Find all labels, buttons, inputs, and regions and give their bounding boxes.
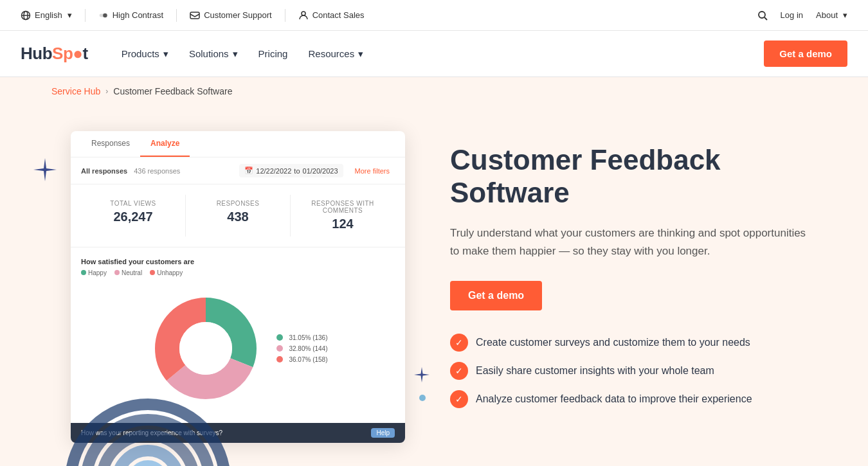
high-contrast-toggle[interactable]: High Contrast [98, 10, 163, 21]
donut-label-unhappy: 36.07% (158) [276, 356, 327, 363]
feature-item-2: ✓ Analyze customer feedback data to impr… [450, 390, 817, 408]
sparkle-top-left-icon [32, 157, 58, 187]
check-icon-2: ✓ [450, 390, 468, 408]
svg-line-8 [764, 17, 767, 20]
stat-total-views-value: 26,247 [86, 210, 180, 224]
donut-unhappy-value: 36.07% (158) [289, 356, 327, 363]
date-range[interactable]: 📅 12/22/2022 to 01/20/2023 [239, 164, 343, 177]
tab-analyze[interactable]: Analyze [140, 131, 190, 157]
search-icon [757, 10, 768, 21]
logo-hub: Hub [21, 44, 52, 63]
hero-title: Customer Feedback Software [450, 144, 817, 209]
customer-support-label: Customer Support [204, 10, 272, 20]
feature-label-1: Easily share customer insights with your… [476, 365, 714, 377]
top-bar: English ▾ High Contrast Customer Support… [0, 0, 868, 31]
donut-chart [148, 291, 264, 406]
date-to: 01/20/2023 [303, 167, 338, 175]
legend-unhappy: Unhappy [150, 269, 183, 276]
arc-decoration [64, 398, 231, 466]
sparkle-bottom-right-icon [413, 366, 431, 388]
breadcrumb-current: Customer Feedback Software [113, 86, 232, 96]
nav-resources[interactable]: Resources ▾ [300, 43, 371, 65]
login-link[interactable]: Log in [781, 10, 803, 20]
language-chevron-icon: ▾ [68, 10, 72, 20]
products-chevron-icon: ▾ [163, 48, 168, 60]
chart-title: How satisfied your customers are [81, 258, 395, 265]
stat-total-views-label: Total Views [86, 200, 180, 207]
date-from: 12/22/2022 [256, 167, 291, 175]
nav-get-demo-button[interactable]: Get a demo [764, 40, 847, 67]
main-nav: HubSp●t Products ▾ Solutions ▾ Pricing R… [0, 31, 868, 77]
filter-label: All responses [81, 167, 127, 175]
logo-t: t [83, 44, 88, 63]
hero-content: Customer Feedback Software Truly underst… [450, 131, 817, 408]
support-icon [190, 10, 200, 21]
breadcrumb-separator: › [105, 87, 108, 96]
contact-sales-label: Contact Sales [312, 10, 365, 20]
stat-comments-label: Responses with Comments [296, 200, 390, 214]
more-filters-button[interactable]: More filters [350, 165, 395, 177]
svg-point-7 [759, 12, 765, 18]
divider-2 [176, 9, 177, 22]
stat-responses-label: Responses [191, 200, 285, 207]
nav-links: Products ▾ Solutions ▾ Pricing Resources… [114, 43, 764, 65]
dashboard-stats: Total Views 26,247 Responses 438 Respons… [71, 184, 405, 247]
hero-description: Truly understand what your customers are… [450, 224, 817, 260]
search-button[interactable] [757, 10, 768, 21]
filter-count: 436 responses [134, 167, 180, 175]
feature-item-1: ✓ Easily share customer insights with yo… [450, 362, 817, 380]
tab-responses[interactable]: Responses [81, 131, 140, 157]
help-badge[interactable]: Help [371, 428, 395, 438]
nav-products[interactable]: Products ▾ [114, 43, 176, 65]
stat-comments-value: 124 [296, 217, 390, 231]
language-selector[interactable]: English ▾ [21, 10, 72, 21]
about-chevron-icon: ▾ [843, 10, 847, 20]
person-icon [298, 10, 309, 21]
stat-responses: Responses 438 [186, 195, 291, 237]
contact-sales-link[interactable]: Contact Sales [298, 10, 365, 21]
donut-neutral-value: 32.80% (144) [289, 345, 327, 352]
logo[interactable]: HubSp●t [21, 44, 88, 64]
check-icon-1: ✓ [450, 362, 468, 380]
sparkle-dot-icon [419, 395, 426, 401]
legend-neutral: Neutral [114, 269, 142, 276]
breadcrumb: Service Hub › Customer Feedback Software [0, 77, 868, 105]
language-label: English [35, 10, 62, 20]
breadcrumb-parent-link[interactable]: Service Hub [51, 86, 100, 96]
dashboard-filters: All responses 436 responses 📅 12/22/2022… [71, 157, 405, 184]
logo-spot-s: Sp [52, 44, 73, 63]
svg-point-4 [103, 13, 107, 17]
check-icon-0: ✓ [450, 334, 468, 352]
nav-solutions[interactable]: Solutions ▾ [181, 43, 246, 65]
donut-labels: 31.05% (136) 32.80% (144) 36.07% (158) [276, 334, 327, 363]
svg-point-6 [302, 12, 305, 15]
legend-happy: Happy [81, 269, 107, 276]
divider-1 [85, 9, 86, 22]
calendar-icon: 📅 [244, 166, 253, 175]
svg-point-12 [179, 322, 232, 375]
feature-label-2: Analyze customer feedback data to improv… [476, 393, 752, 405]
customer-support-link[interactable]: Customer Support [190, 10, 272, 21]
hero-section: Responses Analyze All responses 436 resp… [0, 105, 868, 466]
solutions-chevron-icon: ▾ [233, 48, 238, 60]
donut-chart-area: 31.05% (136) 32.80% (144) 36.07% (158) [81, 284, 395, 413]
hero-image-area: Responses Analyze All responses 436 resp… [51, 131, 411, 443]
stat-responses-comments: Responses with Comments 124 [291, 195, 395, 237]
feature-item-0: ✓ Create customer surveys and customize … [450, 334, 817, 352]
resources-chevron-icon: ▾ [358, 48, 363, 60]
high-contrast-label: High Contrast [113, 10, 163, 20]
hero-get-demo-button[interactable]: Get a demo [450, 281, 542, 310]
stat-responses-value: 438 [191, 210, 285, 224]
divider-3 [285, 9, 285, 22]
nav-pricing[interactable]: Pricing [251, 43, 296, 64]
donut-happy-value: 31.05% (136) [289, 334, 327, 341]
feature-label-0: Create customer surveys and customize th… [476, 337, 750, 348]
stat-total-views: Total Views 26,247 [81, 195, 186, 237]
feature-list: ✓ Create customer surveys and customize … [450, 334, 817, 408]
dashboard-tabs: Responses Analyze [71, 131, 405, 157]
about-dropdown[interactable]: About ▾ [816, 10, 847, 20]
donut-label-neutral: 32.80% (144) [276, 345, 327, 352]
dashboard-chart: How satisfied your customers are Happy N… [71, 247, 405, 423]
contrast-icon [98, 10, 109, 21]
globe-icon [21, 10, 31, 21]
